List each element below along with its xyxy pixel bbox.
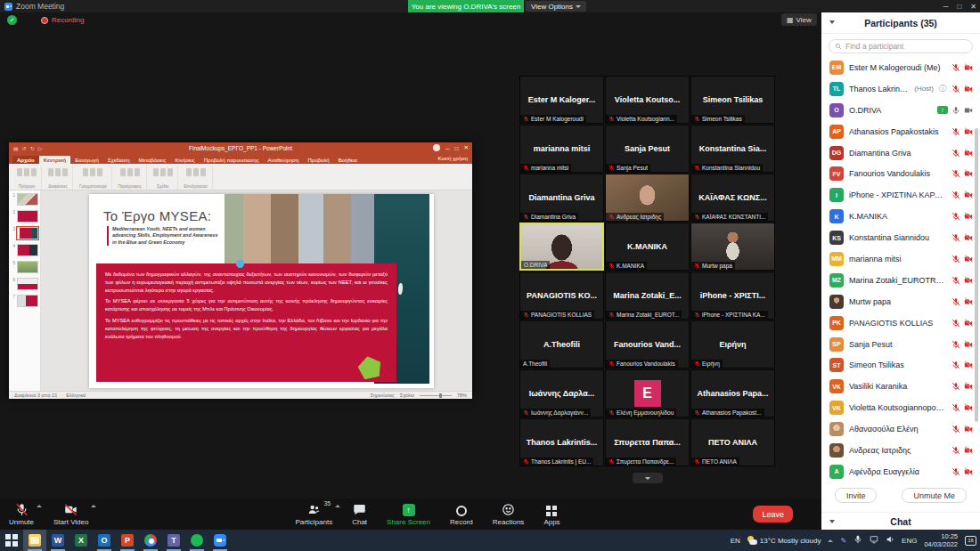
chat-button[interactable]: Chat	[352, 500, 367, 528]
share-screen-button[interactable]: ↑ Share Screen	[387, 500, 430, 528]
participant-row[interactable]: PK PANAGIOTIS KOLLIAS ⓘ ↑	[821, 312, 980, 334]
reactions-button[interactable]: Reactions	[493, 500, 525, 528]
participants-button[interactable]: 35 Participants	[295, 500, 332, 528]
record-button[interactable]: Record	[450, 500, 473, 528]
view-options-button[interactable]: View Options	[526, 1, 586, 12]
taskbar-app-icon[interactable]	[23, 530, 46, 551]
participant-tile[interactable]: Ειρήνη Ειρήνη	[690, 320, 775, 369]
weather-widget[interactable]: 13°C Mostly cloudy	[747, 536, 821, 546]
taskbar-app-icon[interactable]: T	[162, 530, 185, 551]
keyboard-language[interactable]: ENG	[902, 537, 917, 545]
participant-search[interactable]	[829, 39, 973, 53]
gallery-view-button[interactable]: ▦ View	[781, 13, 817, 26]
participant-row[interactable]: VK Violetta Koutsogiannopoulou ⓘ ↑	[821, 397, 980, 418]
participant-tile[interactable]: Simeon Tsilikas Simeon Tsilikas	[690, 76, 775, 124]
unmute-me-button[interactable]: Unmute Me	[902, 488, 967, 503]
leave-button[interactable]: Leave	[753, 506, 793, 523]
participant-row[interactable]: Murtw papa ⓘ ↑	[821, 291, 980, 312]
participant-tile[interactable]: marianna mitsi marianna mitsi	[519, 125, 604, 173]
unmute-button[interactable]: Unmute	[9, 500, 34, 528]
close-button[interactable]: ✕	[970, 3, 976, 11]
search-input[interactable]	[845, 42, 961, 51]
participant-row[interactable]: Αθανασούλα Ελένη ⓘ ↑	[821, 418, 980, 440]
taskbar-app-icon[interactable]	[139, 530, 162, 551]
participant-row[interactable]: MM marianna mitsi ⓘ ↑	[821, 248, 980, 270]
video-options-chevron[interactable]	[91, 505, 96, 507]
participant-tile[interactable]: Thanos Lakrintis... Thanos Lakrintis | E…	[519, 418, 604, 466]
mic-muted-icon	[951, 233, 960, 242]
participant-tile[interactable]: O.DRIVA	[519, 223, 604, 271]
apps-button[interactable]: Apps	[543, 500, 559, 528]
taskbar-app-icon[interactable]: W	[46, 530, 69, 551]
participant-tile[interactable]: Ιωάννης Δαρλα... Ιωάννης Δαρλαγιάνν...	[519, 369, 604, 417]
collapse-chat-icon[interactable]	[829, 520, 835, 523]
scrollbar-thumb[interactable]	[975, 128, 978, 422]
participant-row[interactable]: K K.MANIKA ⓘ ↑	[821, 206, 980, 227]
speaker-icon[interactable]	[886, 535, 894, 546]
ppt-ribbon-tab: Σχεδίαση	[103, 156, 135, 164]
participant-row[interactable]: AP Athanasios Papakostakis ⓘ ↑	[821, 121, 980, 142]
tile-name-label: Athanasios Papakost...	[702, 409, 762, 416]
participant-row[interactable]: DG Diamantina Griva ⓘ ↑	[821, 142, 980, 164]
participant-row[interactable]: ST Simeon Tsilikas ⓘ ↑	[821, 354, 980, 376]
collapse-panel-icon[interactable]	[829, 20, 835, 24]
participant-tile[interactable]: Murtw papa	[690, 223, 775, 271]
participant-tile[interactable]: Ανδρεας Ιατριδης	[605, 174, 690, 222]
apps-icon	[546, 506, 557, 516]
start-video-button[interactable]: Start Video	[53, 500, 88, 528]
participant-row[interactable]: FV Fanourios Vandoulakis ⓘ ↑	[821, 163, 980, 184]
minimize-button[interactable]: ─	[943, 3, 949, 11]
participant-tile[interactable]: Marina Zotaki_E... Marina Zotaki_EUROT..…	[605, 271, 690, 320]
taskbar-app-icon[interactable]	[208, 530, 232, 551]
more-participants-button[interactable]	[633, 473, 663, 483]
monitor-icon[interactable]	[870, 535, 878, 546]
participant-tile[interactable]: PANAGIOTIS KO... PANAGIOTIS KOLLIAS	[519, 271, 604, 320]
notifications-icon[interactable]: 16	[965, 536, 976, 546]
participant-tile[interactable]: E Ελένη Εμμανουηλίδου	[605, 369, 690, 417]
tile-name-label: marianna mitsi	[531, 165, 568, 171]
participant-count-badge: 35	[323, 500, 331, 506]
taskbar-app-icon[interactable]: O	[93, 530, 116, 551]
participant-row[interactable]: SP Sanja Pesut ⓘ ↑	[821, 334, 980, 355]
participant-tile[interactable]: ΠΕΤΟ ΑΝΙΛΑ ΠΕΤΟ ΑΝΙΛΑ	[690, 418, 775, 466]
pen-icon[interactable]: ✎	[840, 537, 846, 545]
taskbar-app-icon[interactable]	[185, 530, 208, 551]
avatar	[829, 443, 844, 458]
security-shield-icon[interactable]: ✓	[7, 15, 17, 25]
participant-tile[interactable]: Σπυρεττα Παπα... Σπυρεττα Παπανδρε...	[605, 418, 690, 466]
taskbar-app-icon[interactable]: P	[116, 530, 139, 551]
hidden-icons-chevron[interactable]	[828, 539, 833, 542]
participant-row[interactable]: MZ Marina Zotaki_EUROTRAINING ⓘ ↑	[821, 270, 980, 291]
participant-tile[interactable]: Ester M Kaloger... Ester M Kalogeroudi	[519, 76, 604, 124]
participant-tile[interactable]: ΚΑΪΑΦΑΣ ΚΩΝΣ... ΚΑΪΑΦΑΣ ΚΩΝΣΤΑΝΤΙ...	[690, 174, 775, 222]
participant-tile[interactable]: A.Theofili A.Theofili	[519, 320, 604, 369]
taskbar-app-icon[interactable]	[0, 530, 23, 551]
participant-tile[interactable]: Konstantina Sia... Konstantina Siannidou	[690, 125, 775, 173]
participant-row[interactable]: O O.DRIVA ⓘ ↑	[821, 100, 980, 121]
slide-thumbnail-image	[17, 244, 38, 256]
participant-tile[interactable]: Sanja Pesut Sanja Pesut	[605, 125, 690, 173]
clock[interactable]: 10:25 04/03/2022	[924, 532, 958, 548]
mic-tray-icon[interactable]	[853, 535, 862, 546]
participant-tile[interactable]: Athanasios Papa... Athanasios Papakost..…	[690, 369, 775, 417]
unmute-options-chevron[interactable]	[37, 505, 42, 507]
participants-options-chevron[interactable]	[335, 505, 340, 507]
participant-tile[interactable]: K.MANIKA K.MANIKA	[605, 223, 690, 271]
participant-tile[interactable]: iPhone - ΧΡΙΣΤΙ... iPhone - ΧΡΙΣΤΙΝΑ ΚΑ.…	[690, 271, 775, 320]
participant-row[interactable]: I iPhone - ΧΡΙΣΤΙΝΑ ΚΑΡΑΣΤΕΡΓΙ... ⓘ ↑	[821, 184, 980, 206]
participant-row[interactable]: TL Thanos Lakrintis | E... (Host) ⓘ ↑	[821, 78, 980, 100]
ppt-ribbon-tab: Βοήθεια	[333, 156, 362, 164]
invite-button[interactable]: Invite	[835, 488, 878, 503]
participant-row[interactable]: A Αφένδρα Ευαγγελία ⓘ ↑	[821, 461, 980, 482]
participant-row[interactable]: Ανδρεας Ιατριδης ⓘ ↑	[821, 440, 980, 461]
weather-icon	[747, 536, 757, 546]
taskbar-app-icon[interactable]: X	[69, 530, 93, 551]
participant-row[interactable]: EM Ester M Kalogeroudi (Me) ⓘ ↑	[821, 57, 980, 78]
participant-row[interactable]: VK Vasiliki Karanika ⓘ ↑	[821, 376, 980, 397]
maximize-button[interactable]: □	[957, 3, 961, 11]
input-language[interactable]: EN	[731, 537, 740, 545]
participant-tile[interactable]: Diamantina Griva Diamantina Griva	[519, 174, 604, 222]
participant-tile[interactable]: Violetta Koutso... Violetta Koutsogiann.…	[605, 76, 690, 124]
participant-tile[interactable]: Fanourios Vand... Fanourios Vandoulakis	[605, 320, 690, 369]
participant-row[interactable]: KS Konstantina Siannidou ⓘ ↑	[821, 227, 980, 248]
